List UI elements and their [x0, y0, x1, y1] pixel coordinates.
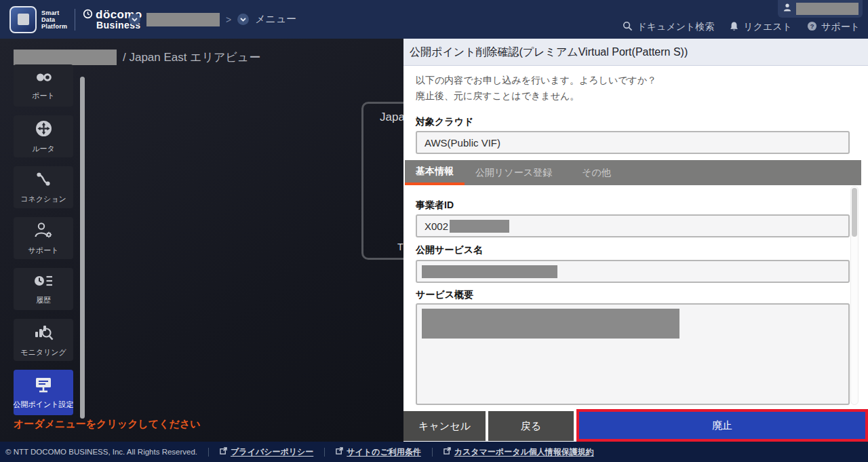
- router-icon: [35, 119, 53, 140]
- footer-divider: [208, 448, 209, 457]
- smart-data-platform-icon: [9, 6, 37, 33]
- header-divider: [75, 9, 75, 31]
- service-name-value[interactable]: [416, 260, 850, 283]
- sidebar-scrollbar[interactable]: [80, 77, 85, 419]
- support-person-gear-icon: [33, 221, 54, 242]
- sidebar-item-history[interactable]: 履歴: [14, 268, 73, 310]
- user-badge[interactable]: [778, 0, 863, 18]
- header-nav: ドキュメント検索 リクエスト ? サポート: [623, 18, 860, 36]
- history-clock-icon: [33, 273, 54, 292]
- smart-data-platform-label: Smart Data Platform: [41, 9, 67, 30]
- panel-scrollbar[interactable]: [850, 186, 859, 405]
- breadcrumb-separator: >: [226, 14, 231, 25]
- scrollbar-thumb[interactable]: [852, 188, 857, 237]
- tab-other[interactable]: その他: [571, 160, 622, 185]
- panel-title: 公開ポイント削除確認(プレミアムVirtual Port(Pattern S)): [403, 39, 868, 66]
- top-header: Smart Data Platform döcomo Business: [0, 0, 868, 39]
- question-icon: ?: [807, 21, 817, 33]
- sidebar-item-router[interactable]: ルータ: [14, 115, 73, 157]
- menu-button[interactable]: メニュー: [255, 13, 296, 26]
- order-menu-sidebar: ポート ルータ コネクション サポート: [14, 64, 73, 424]
- external-link-icon: [443, 447, 451, 457]
- chevron-down-icon[interactable]: [129, 14, 140, 25]
- redacted-service-name: [422, 265, 557, 278]
- external-link-icon: [336, 447, 343, 457]
- back-button[interactable]: 戻る: [488, 411, 574, 441]
- sidebar-item-public-point-settings[interactable]: 公開ポイント設定: [14, 370, 73, 415]
- monitoring-chart-magnifier-icon: [33, 322, 54, 344]
- sidebar-item-connection[interactable]: コネクション: [14, 166, 73, 208]
- cancel-button[interactable]: キャンセル: [403, 411, 486, 441]
- breadcrumb: / Japan East エリアビュー: [14, 50, 260, 65]
- public-point-delete-confirm-panel: 公開ポイント削除確認(プレミアムVirtual Port(Pattern S))…: [403, 39, 868, 442]
- panel-actions: キャンセル 戻る 廃止: [403, 409, 868, 442]
- header-breadcrumb: > メニュー: [129, 0, 296, 39]
- port-icon: [33, 70, 54, 88]
- footer-divider: [432, 448, 433, 457]
- tab-basic-info[interactable]: 基本情報: [405, 160, 465, 185]
- personal-info-policy-link[interactable]: カスタマーポータル個人情報保護規約: [443, 446, 594, 458]
- external-link-icon: [220, 447, 227, 457]
- logo-group: Smart Data Platform döcomo Business: [9, 0, 142, 39]
- chevron-down-icon[interactable]: [237, 14, 249, 25]
- privacy-policy-link[interactable]: プライバシーポリシー: [220, 446, 313, 458]
- redacted-username: [796, 3, 859, 15]
- service-desc-value[interactable]: [416, 303, 850, 405]
- app-root: Smart Data Platform döcomo Business: [0, 0, 868, 462]
- sidebar-item-port[interactable]: ポート: [14, 64, 73, 107]
- site-terms-link[interactable]: サイトのご利用条件: [336, 446, 420, 458]
- tab-public-resource-registration[interactable]: 公開リソース登録: [465, 160, 563, 185]
- bell-icon: [729, 21, 739, 34]
- copyright: © NTT DOCOMO BUSINESS, Inc. All Rights R…: [5, 448, 197, 456]
- public-point-monitor-icon: [34, 376, 53, 396]
- area-view-title: / Japan East エリアビュー: [123, 50, 260, 65]
- search-icon: [623, 21, 633, 33]
- user-icon: [783, 3, 792, 15]
- docomo-clock-icon: [83, 9, 93, 20]
- sidebar-item-support[interactable]: サポート: [14, 217, 73, 259]
- provider-id-value[interactable]: X002: [416, 214, 850, 237]
- order-menu-hint: オーダメニューをクリックしてください: [14, 418, 201, 431]
- discontinue-button[interactable]: 廃止: [576, 409, 868, 442]
- target-cloud-label: 対象クラウド: [416, 116, 473, 128]
- service-name-label: 公開サービス名: [416, 244, 483, 256]
- redacted-provider-id-suffix: [450, 220, 509, 233]
- service-desc-label: サービス概要: [416, 289, 473, 301]
- redacted-service-description: [422, 309, 679, 339]
- panel-tabbar: 基本情報 公開リソース登録 その他: [405, 160, 861, 185]
- smart-data-platform-logo[interactable]: Smart Data Platform: [9, 6, 67, 33]
- sidebar-item-monitoring[interactable]: モニタリング: [14, 319, 73, 361]
- request-button[interactable]: リクエスト: [729, 21, 792, 34]
- document-search-button[interactable]: ドキュメント検索: [623, 21, 714, 33]
- support-button[interactable]: ? サポート: [807, 21, 860, 33]
- footer-divider: [324, 448, 325, 457]
- confirm-message: 以下の内容でお申し込みを行います。よろしいですか？ 廃止後、元に戻すことはできま…: [416, 73, 656, 104]
- redacted-tenant-name: [146, 13, 220, 26]
- footer: © NTT DOCOMO BUSINESS, Inc. All Rights R…: [0, 442, 868, 462]
- connection-icon: [35, 170, 52, 191]
- svg-text:?: ?: [810, 23, 814, 30]
- provider-id-label: 事業者ID: [416, 199, 454, 212]
- target-cloud-value[interactable]: AWS(Public VIF): [416, 131, 850, 154]
- redacted-workspace-name: [14, 50, 117, 65]
